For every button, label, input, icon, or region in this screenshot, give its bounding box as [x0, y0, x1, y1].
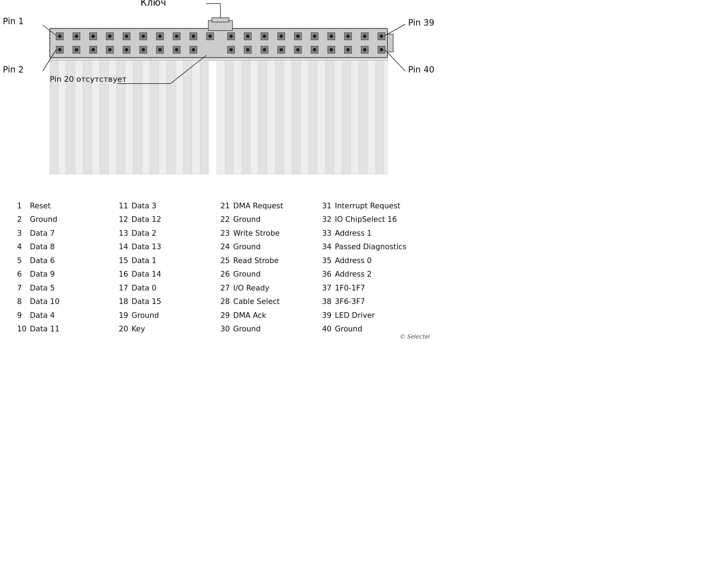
- pin-name-9: Data 4: [30, 310, 55, 321]
- pin-entry-2: 2Ground: [14, 213, 116, 226]
- pin-number-8: 8: [17, 296, 30, 307]
- pin-name-4: Data 8: [30, 241, 55, 252]
- svg-rect-32: [326, 60, 334, 174]
- svg-point-74: [229, 34, 233, 38]
- pin-number-10: 10: [17, 324, 30, 334]
- svg-point-78: [296, 34, 300, 38]
- svg-point-119: [346, 48, 350, 52]
- pin-entry-27: 27I/O Ready: [218, 281, 319, 295]
- pin-number-16: 16: [119, 269, 132, 279]
- svg-rect-28: [292, 60, 300, 174]
- pin-name-8: Data 10: [30, 296, 60, 307]
- svg-rect-39: [384, 60, 387, 174]
- pin-number-22: 22: [220, 214, 233, 225]
- pin-name-15: Data 1: [132, 255, 156, 266]
- pin-entry-12: 12Data 12: [116, 213, 218, 226]
- svg-point-121: [380, 48, 383, 52]
- svg-point-110: [175, 48, 178, 52]
- svg-point-105: [91, 48, 95, 52]
- pin-entry-9: 9Data 4: [14, 309, 116, 322]
- svg-line-126: [385, 24, 405, 36]
- svg-point-111: [192, 48, 195, 52]
- pin-name-10: Data 11: [30, 324, 60, 334]
- svg-point-83: [380, 34, 383, 38]
- pin-entry-32: 32IO ChipSelect 16: [319, 213, 421, 226]
- pin-entry-4: 4Data 8: [14, 240, 116, 254]
- pin-entry-14: 14Data 13: [116, 240, 218, 254]
- pin-entry-31: 31Interrupt Request: [319, 199, 421, 213]
- pin-name-26: Ground: [233, 269, 261, 279]
- pin-name-40: Ground: [335, 324, 362, 334]
- pin-entry-15: 15Data 1: [116, 254, 218, 267]
- pin-name-21: DMA Request: [233, 201, 283, 211]
- svg-point-75: [246, 34, 250, 38]
- pin-entry-17: 17Data 0: [116, 281, 218, 295]
- pin-table: 1Reset2Ground3Data 74Data 85Data 66Data …: [14, 199, 421, 336]
- pin-entry-23: 23Write Strobe: [218, 226, 319, 240]
- svg-point-112: [229, 48, 233, 52]
- svg-point-72: [192, 34, 195, 38]
- svg-rect-10: [133, 60, 142, 174]
- pin-name-1: Reset: [30, 201, 51, 211]
- pin-number-3: 3: [17, 228, 30, 239]
- pin-entry-25: 25Read Strobe: [218, 254, 319, 267]
- pin-number-6: 6: [17, 269, 30, 279]
- pin-name-32: IO ChipSelect 16: [335, 214, 397, 225]
- pin-name-29: DMA Ack: [233, 310, 266, 321]
- svg-rect-37: [367, 60, 376, 174]
- pin-entry-7: 7Data 5: [14, 281, 116, 295]
- pin-entry-3: 3Data 7: [14, 226, 116, 240]
- svg-point-79: [313, 34, 316, 38]
- svg-point-66: [91, 34, 95, 38]
- pin-column-21-30: 21DMA Request22Ground23Write Strobe24Gro…: [218, 199, 319, 336]
- pin-name-31: Interrupt Request: [335, 201, 400, 211]
- svg-rect-19: [217, 60, 225, 174]
- svg-rect-20: [225, 60, 234, 174]
- pin-number-32: 32: [322, 214, 335, 225]
- pin-number-14: 14: [119, 241, 132, 252]
- pin-name-33: Address 1: [335, 228, 372, 239]
- svg-rect-24: [259, 60, 267, 174]
- pin-number-13: 13: [119, 228, 132, 239]
- pin-name-16: Data 14: [132, 269, 161, 279]
- pin-name-36: Address 2: [335, 269, 372, 279]
- pin-entry-19: 19Ground: [116, 309, 218, 322]
- copyright: © Selectel: [399, 333, 429, 340]
- svg-rect-23: [250, 60, 259, 174]
- svg-point-64: [58, 34, 61, 38]
- pin-name-30: Ground: [233, 324, 261, 334]
- pin-entry-37: 371F0-1F7: [319, 281, 421, 295]
- svg-point-118: [330, 48, 333, 52]
- pin-name-20: Key: [132, 324, 145, 334]
- svg-point-76: [263, 34, 266, 38]
- svg-point-69: [141, 34, 145, 38]
- pin-number-31: 31: [322, 201, 335, 211]
- svg-rect-30: [309, 60, 317, 174]
- pin-number-35: 35: [322, 255, 335, 266]
- pin-number-36: 36: [322, 269, 335, 279]
- svg-point-115: [279, 48, 283, 52]
- svg-point-104: [75, 48, 78, 52]
- pin-number-12: 12: [119, 214, 132, 225]
- pin-name-34: Passed Diagnostics: [335, 241, 406, 252]
- pin-entry-26: 26Ground: [218, 267, 319, 281]
- pin-entry-8: 8Data 10: [14, 295, 116, 308]
- pin-name-37: 1F0-1F7: [335, 283, 365, 293]
- pin-name-39: LED Driver: [335, 310, 375, 321]
- pin-column-11-20: 11Data 312Data 1213Data 214Data 1315Data…: [116, 199, 218, 336]
- pin-entry-11: 11Data 3: [116, 199, 218, 213]
- pin-name-6: Data 9: [30, 269, 55, 279]
- pin-number-20: 20: [119, 324, 132, 334]
- pin-number-2: 2: [17, 214, 30, 225]
- svg-point-114: [263, 48, 266, 52]
- pin-number-4: 4: [17, 241, 30, 252]
- pin-number-23: 23: [220, 228, 233, 239]
- svg-rect-11: [142, 60, 150, 174]
- svg-point-77: [279, 34, 283, 38]
- pin-number-29: 29: [220, 310, 233, 321]
- pin-entry-39: 39LED Driver: [319, 309, 421, 322]
- pin-name-5: Data 6: [30, 255, 55, 266]
- pin-name-27: I/O Ready: [233, 283, 269, 293]
- svg-rect-31: [317, 60, 326, 174]
- pin-entry-13: 13Data 2: [116, 226, 218, 240]
